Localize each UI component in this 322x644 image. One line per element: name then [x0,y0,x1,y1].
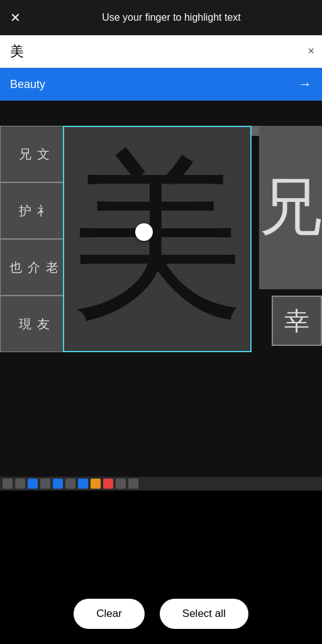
taskbar-icon [128,479,138,489]
result-label: Beauty [10,78,45,91]
list-item: 也 介 老 [0,239,69,296]
instruction-text: Use your finger to highlight text [31,12,312,23]
close-icon[interactable]: ✕ [10,10,21,25]
taskbar-icon [116,479,126,489]
clear-search-icon[interactable]: × [308,45,314,58]
taskbar-icon [3,479,13,489]
search-bar: 美 × [0,35,322,68]
navigation-bar [0,636,322,644]
taskbar-icon [28,479,38,489]
search-character: 美 [10,42,308,61]
list-item: 現 友 [0,296,69,352]
bottom-right-character-box: 幸 [272,296,322,346]
kanji-canvas: 兄 文 护 礻 也 介 老 現 友 美 兄 幸 [0,113,322,478]
taskbar-strip [0,477,322,491]
arrow-icon: → [298,76,312,92]
kanji-image-area[interactable]: 兄 文 护 礻 也 介 老 現 友 美 兄 幸 [0,101,322,491]
drag-handle[interactable] [135,223,153,241]
main-kanji-character: 美 [63,126,252,352]
right-character: 兄 [259,126,322,289]
taskbar-icon [103,479,113,489]
taskbar-icon [15,479,25,489]
left-character-grid: 兄 文 护 礻 也 介 老 現 友 [0,126,69,352]
instruction-bar: ✕ Use your finger to highlight text [0,0,322,35]
clear-button[interactable]: Clear [74,599,145,629]
result-bar[interactable]: Beauty → [0,68,322,101]
taskbar-icon [40,479,50,489]
taskbar-icon [65,479,75,489]
taskbar-icon [53,479,63,489]
taskbar-icon [91,479,101,489]
action-bar: Clear Select all [0,591,322,636]
spacer [0,491,322,591]
list-item: 兄 文 [0,126,69,182]
list-item: 护 礻 [0,182,69,239]
select-all-button[interactable]: Select all [160,599,248,629]
taskbar-icon [78,479,88,489]
